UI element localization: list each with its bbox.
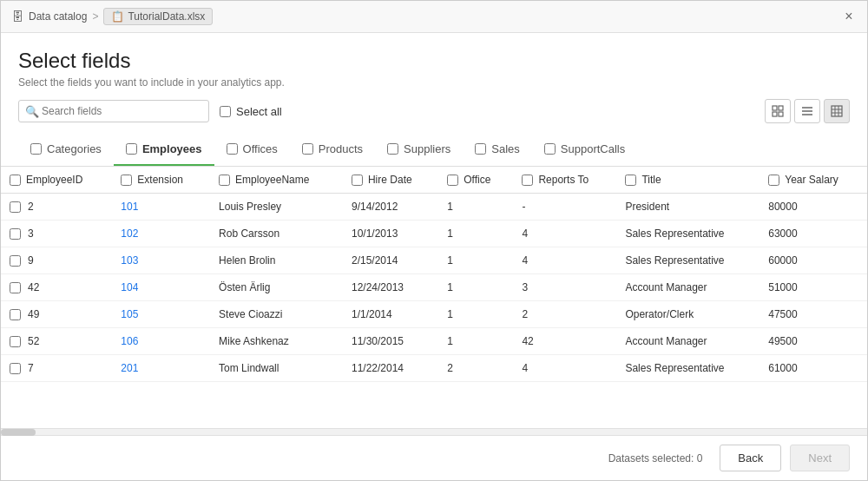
row-checkbox[interactable]: [10, 336, 21, 347]
cell-year-salary: 63000: [760, 221, 867, 247]
col-employee-name-checkbox[interactable]: [219, 175, 230, 186]
tab-suppliers-checkbox[interactable]: [387, 143, 398, 155]
tab-supportcalls-checkbox[interactable]: [544, 143, 556, 155]
tab-categories[interactable]: Categories: [18, 134, 114, 166]
breadcrumb-catalog: Data catalog: [29, 10, 87, 23]
extension-link[interactable]: 105: [121, 308, 138, 320]
cell-reports-to: 4: [513, 221, 616, 247]
cell-extension: 102: [112, 221, 210, 247]
col-employee-name[interactable]: EmployeeName: [210, 167, 343, 194]
col-office[interactable]: Office: [438, 167, 513, 194]
col-year-salary[interactable]: Year Salary: [760, 167, 867, 194]
extension-link[interactable]: 101: [121, 201, 138, 213]
cell-hire-date: 9/14/2012: [343, 194, 438, 221]
col-title-checkbox[interactable]: [625, 175, 636, 186]
tab-employees[interactable]: Employees: [114, 134, 214, 166]
next-button[interactable]: Next: [790, 445, 850, 471]
col-extension[interactable]: Extension: [112, 167, 210, 194]
search-input[interactable]: [18, 100, 209, 122]
grid-view-button[interactable]: [765, 99, 791, 123]
row-checkbox[interactable]: [10, 201, 21, 213]
cell-hire-date: 12/24/2013: [343, 274, 438, 301]
select-all-checkbox[interactable]: [220, 106, 231, 117]
cell-name: Rob Carsson: [210, 221, 343, 247]
select-all-label: Select all: [236, 105, 282, 118]
back-button[interactable]: Back: [720, 445, 781, 471]
svg-rect-3: [779, 112, 783, 116]
cell-employee-id: 52: [1, 328, 112, 354]
cell-extension: 106: [112, 328, 210, 355]
cell-reports-to: 3: [513, 274, 616, 301]
tab-supportcalls-label: SupportCalls: [561, 142, 625, 155]
extension-link[interactable]: 201: [121, 362, 138, 374]
col-hire-date[interactable]: Hire Date: [343, 167, 438, 194]
toolbar: 🔍 Select all: [1, 89, 867, 134]
cell-extension: 201: [112, 355, 210, 382]
extension-link[interactable]: 102: [121, 227, 138, 240]
tab-employees-checkbox[interactable]: [126, 143, 137, 155]
cell-office: 1: [438, 221, 513, 247]
close-button[interactable]: ×: [841, 9, 857, 24]
tab-suppliers-label: Suppliers: [404, 142, 450, 155]
tab-supportcalls[interactable]: SupportCalls: [532, 134, 637, 166]
tab-offices[interactable]: Offices: [214, 134, 290, 166]
row-checkbox[interactable]: [10, 228, 21, 240]
cell-employee-id: 42: [1, 274, 112, 300]
tab-products[interactable]: Products: [290, 134, 375, 166]
svg-rect-1: [779, 106, 783, 110]
cell-hire-date: 2/15/2014: [343, 247, 438, 274]
cell-name: Mike Ashkenaz: [210, 328, 343, 355]
table-scroll[interactable]: EmployeeID Extension E: [1, 167, 867, 428]
tab-sales-checkbox[interactable]: [475, 143, 486, 155]
cell-employee-id: 3: [1, 221, 112, 247]
row-checkbox[interactable]: [10, 309, 21, 320]
tab-products-checkbox[interactable]: [302, 143, 313, 155]
select-all-wrapper[interactable]: Select all: [220, 105, 282, 118]
cell-extension: 103: [112, 247, 210, 274]
col-reports-to[interactable]: Reports To: [513, 167, 616, 194]
tab-categories-label: Categories: [47, 142, 102, 155]
tab-suppliers[interactable]: Suppliers: [375, 134, 463, 166]
tab-sales-label: Sales: [491, 142, 520, 155]
horizontal-scrollbar[interactable]: [1, 428, 867, 435]
svg-rect-2: [773, 112, 777, 116]
row-checkbox[interactable]: [10, 282, 21, 293]
col-employee-id[interactable]: EmployeeID: [1, 167, 112, 194]
col-title[interactable]: Title: [616, 167, 760, 194]
breadcrumb-separator: >: [92, 10, 98, 23]
horizontal-scrollbar-thumb[interactable]: [1, 429, 36, 436]
cell-employee-id: 9: [1, 247, 112, 273]
cell-reports-to: 42: [513, 328, 616, 355]
row-checkbox[interactable]: [10, 255, 21, 267]
cell-hire-date: 11/30/2015: [343, 328, 438, 355]
table-row: 52 106 Mike Ashkenaz 11/30/2015 1 42 Acc…: [1, 328, 867, 355]
cell-extension: 101: [112, 194, 210, 221]
tabs: Categories Employees Offices Products Su…: [1, 134, 867, 167]
cell-office: 1: [438, 194, 513, 221]
col-employee-id-checkbox[interactable]: [10, 175, 21, 186]
extension-link[interactable]: 104: [121, 281, 138, 293]
cell-title: Operator/Clerk: [616, 301, 760, 328]
col-hire-date-checkbox[interactable]: [352, 175, 363, 186]
col-year-salary-checkbox[interactable]: [768, 175, 779, 186]
breadcrumb-file[interactable]: 📋 TutorialData.xlsx: [103, 8, 213, 25]
col-reports-to-checkbox[interactable]: [522, 175, 533, 186]
tab-sales[interactable]: Sales: [463, 134, 532, 166]
cell-name: Tom Lindwall: [210, 355, 343, 382]
extension-link[interactable]: 106: [121, 335, 138, 347]
col-office-checkbox[interactable]: [447, 175, 458, 186]
tab-categories-checkbox[interactable]: [30, 143, 42, 155]
extension-link[interactable]: 103: [121, 254, 138, 267]
main-window: 🗄 Data catalog > 📋 TutorialData.xlsx × S…: [0, 0, 868, 481]
list-view-button[interactable]: [794, 99, 820, 123]
cell-year-salary: 49500: [760, 328, 867, 355]
row-checkbox[interactable]: [10, 363, 21, 374]
tab-offices-checkbox[interactable]: [227, 143, 238, 155]
col-extension-checkbox[interactable]: [121, 175, 132, 186]
breadcrumb: 🗄 Data catalog > 📋 TutorialData.xlsx: [11, 8, 841, 25]
tab-offices-label: Offices: [243, 142, 278, 155]
cell-extension: 105: [112, 301, 210, 328]
cell-name: Helen Brolin: [210, 247, 343, 274]
cell-year-salary: 80000: [760, 194, 867, 221]
table-view-button[interactable]: [824, 99, 850, 123]
